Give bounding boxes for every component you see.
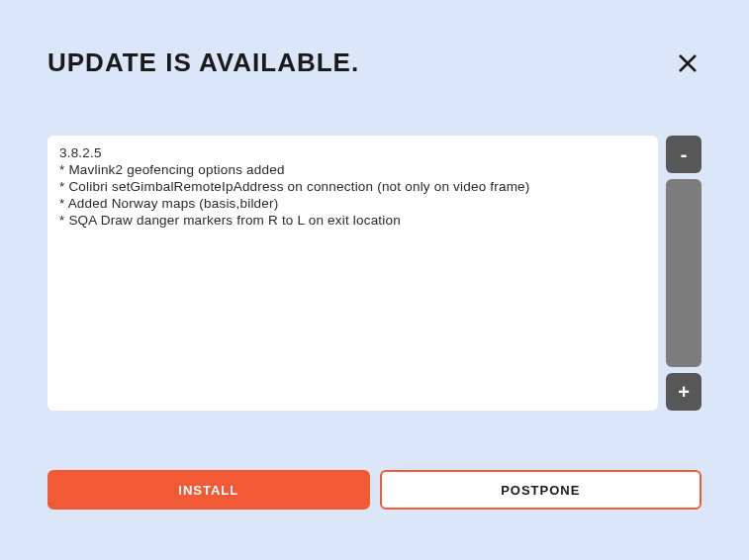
close-button[interactable] xyxy=(674,49,702,77)
content-area: 3.8.2.5 * Mavlink2 geofencing options ad… xyxy=(47,136,702,411)
update-dialog: UPDATE IS AVAILABLE. 3.8.2.5 * Mavlink2 … xyxy=(0,0,749,560)
zoom-in-button[interactable]: + xyxy=(666,373,702,411)
zoom-track[interactable] xyxy=(666,179,702,367)
zoom-out-button[interactable]: - xyxy=(666,136,702,173)
action-buttons: INSTALL POSTPONE xyxy=(47,470,702,510)
postpone-button[interactable]: POSTPONE xyxy=(380,470,702,510)
changelog-box: 3.8.2.5 * Mavlink2 geofencing options ad… xyxy=(47,136,658,411)
dialog-title: UPDATE IS AVAILABLE. xyxy=(47,47,359,78)
install-button[interactable]: INSTALL xyxy=(47,470,370,510)
close-icon xyxy=(676,51,700,75)
dialog-header: UPDATE IS AVAILABLE. xyxy=(47,47,702,78)
zoom-controls: - + xyxy=(666,136,702,411)
